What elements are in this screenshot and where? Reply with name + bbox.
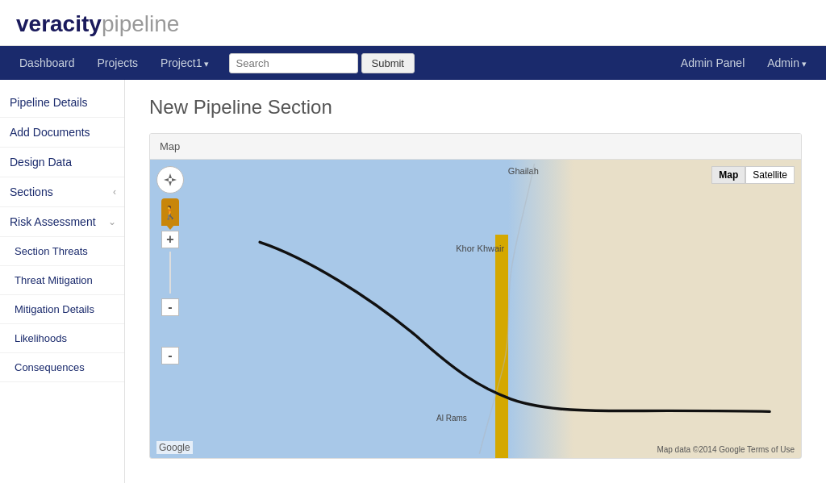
sidebar-label-section-threats: Section Threats (15, 245, 88, 257)
svg-marker-1 (169, 181, 172, 186)
svg-marker-0 (169, 173, 172, 178)
map-toggle: Map Satellite (711, 166, 795, 184)
sidebar-item-likelihoods[interactable]: Likelihoods (0, 324, 124, 353)
sidebar-item-mitigation-details[interactable]: Mitigation Details (0, 295, 124, 324)
pipeline-path-svg (150, 160, 801, 458)
sidebar-label-consequences: Consequences (15, 361, 85, 373)
nav-left: Dashboard Projects Project1 Submit (8, 46, 415, 80)
sidebar-item-sections[interactable]: Sections ‹ (0, 177, 124, 207)
zoom-slider-track (169, 252, 171, 294)
nav-arrows-icon (163, 173, 177, 187)
nav-dashboard[interactable]: Dashboard (8, 46, 86, 80)
logo-bar: veracitypipeline (0, 0, 826, 46)
nav-admin[interactable]: Admin (756, 46, 818, 80)
svg-marker-2 (164, 178, 169, 181)
sidebar-item-add-documents[interactable]: Add Documents (0, 118, 124, 148)
main-layout: Pipeline Details Add Documents Design Da… (0, 80, 826, 483)
zoom-out-button-2[interactable]: - (161, 347, 179, 364)
logo-bold: veracity (16, 11, 102, 36)
nav-admin-panel[interactable]: Admin Panel (670, 46, 756, 80)
nav-right: Admin Panel Admin (670, 46, 818, 80)
map-toggle-satellite[interactable]: Satellite (745, 166, 795, 184)
sidebar-item-risk-assessment[interactable]: Risk Assessment ⌄ (0, 207, 124, 237)
navigation-circle[interactable] (156, 166, 184, 194)
sidebar-item-pipeline-details[interactable]: Pipeline Details (0, 88, 124, 118)
sidebar-label-threat-mitigation: Threat Mitigation (15, 274, 93, 286)
map-attribution: Map data ©2014 Google Terms of Use (657, 445, 795, 454)
navbar: Dashboard Projects Project1 Submit Admin… (0, 46, 826, 80)
sections-arrow-icon: ‹ (113, 186, 116, 198)
sidebar-label-likelihoods: Likelihoods (15, 332, 67, 344)
sidebar-item-consequences[interactable]: Consequences (0, 353, 124, 382)
page-title: New Pipeline Section (149, 96, 802, 119)
map-section: Map Ghailah Khor Khwair Al Rams Map Sate… (149, 133, 802, 459)
zoom-in-button[interactable]: + (161, 231, 179, 248)
search-area: Submit (229, 53, 415, 73)
sidebar-item-threat-mitigation[interactable]: Threat Mitigation (0, 266, 124, 295)
risk-arrow-icon: ⌄ (108, 216, 116, 227)
content-area: New Pipeline Section Map Ghailah Khor Kh… (125, 80, 826, 483)
sidebar-label-add-documents: Add Documents (10, 126, 90, 139)
map-label: Map (150, 134, 801, 160)
sidebar-label-risk-assessment: Risk Assessment (10, 215, 96, 228)
sidebar-label-design-data: Design Data (10, 156, 72, 169)
zoom-out-button[interactable]: - (161, 298, 179, 316)
map-wrapper: Ghailah Khor Khwair Al Rams Map Satellit… (150, 160, 801, 458)
sidebar: Pipeline Details Add Documents Design Da… (0, 80, 125, 483)
nav-projects[interactable]: Projects (86, 46, 150, 80)
search-input[interactable] (229, 53, 358, 73)
sidebar-label-sections: Sections (10, 185, 53, 198)
sidebar-label-pipeline-details: Pipeline Details (10, 96, 88, 109)
sidebar-item-section-threats[interactable]: Section Threats (0, 237, 124, 266)
svg-marker-3 (172, 178, 177, 181)
logo-light: pipeline (102, 11, 180, 36)
map-controls: 🚶 + - - (156, 166, 184, 364)
nav-project1[interactable]: Project1 (149, 46, 220, 80)
sidebar-label-mitigation-details: Mitigation Details (15, 303, 94, 315)
pegman-icon[interactable]: 🚶 (161, 198, 179, 226)
sidebar-item-design-data[interactable]: Design Data (0, 148, 124, 177)
google-watermark: Google (156, 441, 193, 454)
map-toggle-map[interactable]: Map (711, 166, 745, 184)
submit-button[interactable]: Submit (361, 53, 415, 73)
